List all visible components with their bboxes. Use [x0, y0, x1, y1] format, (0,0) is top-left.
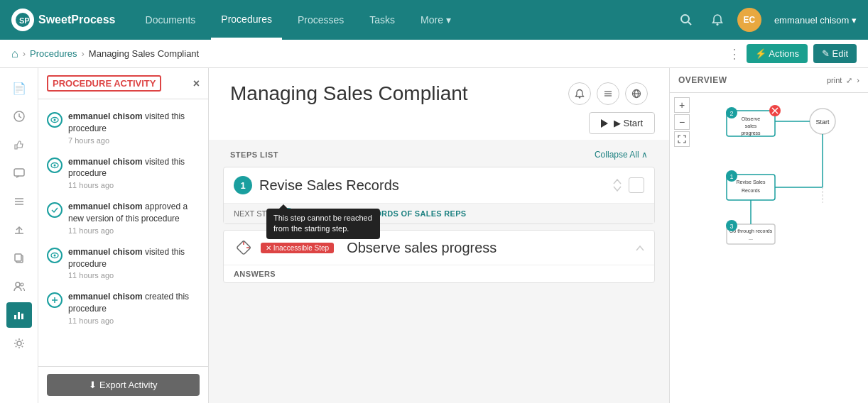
diamond-icon — [234, 238, 254, 258]
breadcrumb-actions: ⋮ ⚡ Actions ✎ Edit — [728, 44, 857, 63]
zoom-in-button[interactable]: + — [674, 97, 690, 113]
svg-rect-16 — [14, 315, 16, 319]
sidebar-icon-settings[interactable] — [6, 331, 32, 356]
activity-dot-plus — [47, 292, 63, 308]
activity-list: emmanuel chisom visited this procedure 7… — [38, 99, 208, 366]
nav-documents[interactable]: Documents — [136, 0, 206, 40]
activity-text: emmanuel chisom approved a new version o… — [68, 201, 200, 225]
edit-button[interactable]: ✎ Edit — [813, 44, 857, 63]
overview-title: OVERVIEW — [678, 75, 727, 85]
svg-rect-13 — [15, 254, 21, 261]
nav-procedures[interactable]: Procedures — [211, 0, 282, 40]
steps-list-label: STEPS LIST — [230, 150, 278, 159]
activity-panel-header: PROCEDURE ACTIVITY × — [38, 68, 208, 99]
step-1-header: 1 Revise Sales Records — [224, 167, 654, 203]
svg-point-25 — [54, 254, 56, 256]
nav-more[interactable]: More ▾ — [411, 0, 461, 40]
sidebar-icon-users[interactable] — [6, 274, 32, 299]
inaccessible-badge: ✕ Inaccessible Step — [261, 243, 334, 253]
top-nav: SP SweetProcess Documents Procedures Pro… — [0, 0, 868, 40]
user-name[interactable]: emmanuel chisom ▾ — [774, 15, 857, 26]
svg-text:Revise Sales: Revise Sales — [737, 180, 766, 184]
activity-text: emmanuel chisom visited this procedure — [68, 246, 200, 270]
overview-header: OVERVIEW print ⤢ › — [670, 68, 868, 93]
sidebar-icon-chat[interactable] — [6, 160, 32, 186]
activity-dot-eye — [47, 112, 63, 128]
notification-icon[interactable] — [706, 9, 729, 31]
sidebar-icon-chart[interactable] — [6, 302, 32, 328]
overview-expand-icon[interactable]: ⤢ — [846, 76, 852, 85]
user-avatar[interactable]: EC — [737, 8, 761, 32]
svg-rect-6 — [14, 169, 24, 176]
step-2-collapse-arrow[interactable] — [636, 243, 644, 253]
actions-button[interactable]: ⚡ Actions — [747, 44, 808, 63]
svg-point-4 — [716, 23, 718, 26]
breadcrumb-procedures[interactable]: Procedures — [30, 48, 77, 59]
svg-text:SP: SP — [19, 16, 30, 25]
zoom-out-button[interactable]: − — [674, 114, 690, 130]
svg-point-14 — [16, 282, 20, 287]
svg-line-3 — [688, 22, 691, 25]
globe-button[interactable] — [625, 82, 648, 105]
home-icon[interactable]: ⌂ — [11, 48, 18, 60]
start-button[interactable]: ▶ Start — [589, 112, 655, 134]
overview-panel: OVERVIEW print ⤢ › + − — [669, 68, 868, 403]
activity-item: emmanuel chisom visited this procedure 1… — [38, 241, 208, 286]
activity-content: emmanuel chisom visited this procedure 1… — [68, 156, 200, 190]
activity-text: emmanuel chisom created this procedure — [68, 291, 200, 315]
sidebar-icon-list[interactable] — [6, 189, 32, 214]
chart-controls: + − — [674, 97, 690, 147]
activity-close-button[interactable]: × — [193, 77, 200, 90]
breadcrumb-sep1: › — [23, 48, 26, 59]
logo-icon: SP — [11, 9, 34, 31]
more-options-icon[interactable]: ⋮ — [728, 46, 741, 62]
svg-text:Records: Records — [742, 188, 761, 193]
activity-text: emmanuel chisom visited this procedure — [68, 156, 200, 180]
search-icon[interactable] — [675, 9, 698, 31]
svg-point-19 — [17, 341, 21, 346]
svg-text:2: 2 — [729, 110, 733, 117]
sort-button[interactable] — [597, 82, 619, 105]
nav-processes[interactable]: Processes — [288, 0, 354, 40]
collapse-all-button[interactable]: Collapse All ∧ — [595, 150, 648, 160]
step-1-checkbox[interactable] — [629, 177, 644, 193]
activity-dot-eye3 — [47, 248, 63, 263]
activity-item: emmanuel chisom visited this procedure 1… — [38, 150, 208, 196]
activity-content: emmanuel chisom visited this procedure 7… — [68, 111, 200, 145]
nav-tasks[interactable]: Tasks — [359, 0, 405, 40]
logo[interactable]: SP SweetProcess — [11, 9, 116, 31]
activity-item: emmanuel chisom approved a new version o… — [38, 195, 208, 241]
procedure-title: Managing Sales Compliant — [230, 82, 468, 105]
sidebar-icon-thumbs-up[interactable] — [6, 132, 32, 158]
main-layout: 📄 — [0, 68, 868, 403]
activity-text: emmanuel chisom visited this procedure — [68, 111, 200, 135]
breadcrumb-bar: ⌂ › Procedures › Managing Sales Complian… — [0, 40, 868, 68]
fullscreen-button[interactable] — [674, 131, 690, 147]
export-activity-button[interactable]: ⬇ Export Activity — [47, 374, 200, 396]
sidebar-icon-clock[interactable] — [6, 104, 32, 129]
activity-item: emmanuel chisom visited this procedure 7… — [38, 105, 208, 150]
sidebar-icon-document[interactable]: 📄 — [6, 75, 32, 101]
svg-text:Start: Start — [815, 118, 830, 126]
step-inaccessible-tooltip: This step cannot be reached from the sta… — [266, 209, 380, 239]
svg-text:1: 1 — [729, 173, 733, 180]
sidebar-icon-upload[interactable] — [6, 217, 32, 243]
left-sidebar: 📄 — [0, 68, 38, 403]
overview-content: + − Start Observe — [670, 93, 868, 403]
svg-text:3: 3 — [729, 223, 733, 230]
svg-rect-17 — [18, 312, 20, 319]
activity-time: 11 hours ago — [68, 316, 200, 325]
logo-text: SweetProcess — [38, 13, 116, 26]
nav-right-icons: EC emmanuel chisom ▾ — [675, 8, 857, 32]
print-button[interactable]: print — [827, 76, 842, 84]
answers-bar: ANSWERS — [224, 265, 654, 282]
step-1-title: Revise Sales Records — [259, 177, 606, 194]
sidebar-icon-copy[interactable] — [6, 245, 32, 271]
overview-close-icon[interactable]: › — [857, 76, 859, 84]
step-sort-arrows[interactable] — [613, 179, 622, 192]
svg-marker-35 — [601, 119, 608, 128]
steps-section: STEPS LIST Collapse All ∧ 1 Revise Sales… — [209, 140, 669, 403]
step-2-title: Observe sales progress — [347, 240, 629, 256]
bell-button[interactable] — [568, 82, 591, 105]
steps-header: STEPS LIST Collapse All ∧ — [209, 140, 669, 167]
